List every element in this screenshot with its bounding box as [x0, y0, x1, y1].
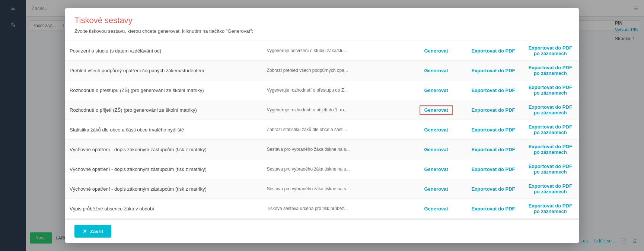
export-pdf-records-cell[interactable]: Exportovat do PDF po záznamech: [522, 100, 579, 120]
generate-cell[interactable]: Generovat: [408, 120, 465, 140]
report-name: Výpis průběžné absence žáka v období: [65, 199, 262, 219]
modal-subtitle: Zvolte tiskovou sestavu, kterou chcete g…: [74, 28, 570, 34]
export-pdf-button[interactable]: Exportovat do PDF: [469, 185, 517, 193]
modal-title: Tiskové sestavy: [74, 16, 570, 25]
export-pdf-records-cell[interactable]: Exportovat do PDF po záznamech: [522, 179, 579, 199]
export-pdf-records-button[interactable]: Exportovat do PDF po záznamech: [526, 182, 574, 195]
export-pdf-records-cell[interactable]: Exportovat do PDF po záznamech: [522, 199, 579, 219]
report-desc: Zobrazí statistiku žáků dle obce a části…: [262, 120, 408, 140]
export-pdf-records-cell[interactable]: Exportovat do PDF po záznamech: [522, 41, 579, 61]
export-pdf-button[interactable]: Exportovat do PDF: [469, 126, 517, 133]
export-pdf-cell[interactable]: Exportovat do PDF: [465, 199, 522, 219]
export-pdf-button[interactable]: Exportovat do PDF: [469, 146, 517, 153]
export-pdf-records-button[interactable]: Exportovat do PDF po záznamech: [526, 84, 574, 96]
table-row: Rozhodnutí o přijetí (ZŠ) (pro generován…: [65, 100, 579, 120]
report-name: Výchovné opatření - dopis zákonným zástu…: [65, 159, 262, 179]
export-pdf-cell[interactable]: Exportovat do PDF: [465, 159, 522, 179]
close-icon: ✕: [83, 228, 87, 234]
generate-button[interactable]: Generovat: [422, 47, 450, 54]
table-row: Potvrzení o studiu (s datem vzdělávání o…: [65, 41, 579, 61]
modal-body[interactable]: Potvrzení o studiu (s datem vzdělávání o…: [65, 41, 579, 219]
export-pdf-records-button[interactable]: Exportovat do PDF po záznamech: [526, 202, 574, 215]
generate-cell[interactable]: Generovat: [408, 41, 465, 61]
generate-cell[interactable]: Generovat: [408, 159, 465, 179]
table-row: Přehled všech podpůrný opatření čerpanýc…: [65, 61, 579, 80]
export-pdf-records-button[interactable]: Exportovat do PDF po záznamech: [526, 143, 574, 156]
export-pdf-button[interactable]: Exportovat do PDF: [469, 107, 517, 114]
modal-footer: ✕ Zavřít: [65, 219, 579, 243]
table-row: Výpis průběžné absence žáka v obdobíTisk…: [65, 199, 579, 219]
generate-button[interactable]: Generovat: [422, 185, 450, 193]
table-row: Statistika žáků dle obce a části obce tr…: [65, 120, 579, 140]
report-name: Přehled všech podpůrný opatření čerpanýc…: [65, 61, 262, 80]
export-pdf-button[interactable]: Exportovat do PDF: [469, 67, 517, 74]
export-pdf-cell[interactable]: Exportovat do PDF: [465, 120, 522, 140]
export-pdf-records-button[interactable]: Exportovat do PDF po záznamech: [526, 163, 574, 175]
export-pdf-records-cell[interactable]: Exportovat do PDF po záznamech: [522, 120, 579, 140]
report-name: Statistika žáků dle obce a části obce tr…: [65, 120, 262, 140]
generate-cell[interactable]: Generovat: [408, 140, 465, 159]
generate-cell[interactable]: Generovat: [408, 179, 465, 199]
generate-button[interactable]: Generovat: [420, 105, 452, 115]
modal-header: Tiskové sestavy Zvolte tiskovou sestavu,…: [65, 8, 579, 41]
table-row: Výchovné opatření - dopis zákonným zástu…: [65, 140, 579, 159]
export-pdf-records-cell[interactable]: Exportovat do PDF po záznamech: [522, 140, 579, 159]
close-button[interactable]: ✕ Zavřít: [74, 225, 111, 238]
report-name: Potvrzení o studiu (s datem vzdělávání o…: [65, 41, 262, 61]
export-pdf-records-cell[interactable]: Exportovat do PDF po záznamech: [522, 80, 579, 100]
generate-button[interactable]: Generovat: [422, 166, 450, 173]
report-desc: Sestava pro vybraného žáka tiskne na s..…: [262, 179, 408, 199]
generate-button[interactable]: Generovat: [422, 146, 450, 153]
export-pdf-button[interactable]: Exportovat do PDF: [469, 205, 517, 212]
report-desc: Vygeneruje rozhodnutí o přestupu do Z...: [262, 80, 408, 100]
generate-cell[interactable]: Generovat: [408, 100, 465, 120]
report-desc: Sestava pro vybraného žáka tiskne na s..…: [262, 159, 408, 179]
report-desc: Zobrazí přehled všech podpůrných opa...: [262, 61, 408, 80]
generate-button[interactable]: Generovat: [422, 87, 450, 94]
export-pdf-cell[interactable]: Exportovat do PDF: [465, 179, 522, 199]
modal-overlay: Tiskové sestavy Zvolte tiskovou sestavu,…: [0, 0, 644, 251]
export-pdf-cell[interactable]: Exportovat do PDF: [465, 80, 522, 100]
table-row: Rozhodnutí o přestupu (ZŠ) (pro generová…: [65, 80, 579, 100]
export-pdf-cell[interactable]: Exportovat do PDF: [465, 140, 522, 159]
export-pdf-cell[interactable]: Exportovat do PDF: [465, 61, 522, 80]
generate-cell[interactable]: Generovat: [408, 199, 465, 219]
table-row: Výchovné opatření - dopis zákonným zástu…: [65, 179, 579, 199]
generate-button[interactable]: Generovat: [422, 67, 450, 74]
export-pdf-cell[interactable]: Exportovat do PDF: [465, 41, 522, 61]
report-desc: Vygeneruje rozhodnutí o přijetí do 1. ro…: [262, 100, 408, 120]
report-name: Rozhodnutí o přestupu (ZŠ) (pro generová…: [65, 80, 262, 100]
export-pdf-records-button[interactable]: Exportovat do PDF po záznamech: [526, 104, 574, 116]
export-pdf-button[interactable]: Exportovat do PDF: [469, 87, 517, 94]
report-name: Výchovné opatření - dopis zákonným zástu…: [65, 140, 262, 159]
report-table: Potvrzení o studiu (s datem vzdělávání o…: [65, 41, 579, 219]
export-pdf-records-cell[interactable]: Exportovat do PDF po záznamech: [522, 159, 579, 179]
generate-button[interactable]: Generovat: [422, 126, 450, 133]
report-name: Rozhodnutí o přijetí (ZŠ) (pro generován…: [65, 100, 262, 120]
generate-cell[interactable]: Generovat: [408, 80, 465, 100]
export-pdf-cell[interactable]: Exportovat do PDF: [465, 100, 522, 120]
export-pdf-button[interactable]: Exportovat do PDF: [469, 47, 517, 54]
close-button-label: Zavřít: [90, 229, 103, 234]
export-pdf-records-button[interactable]: Exportovat do PDF po záznamech: [526, 123, 574, 136]
export-pdf-records-button[interactable]: Exportovat do PDF po záznamech: [526, 44, 574, 57]
export-pdf-records-cell[interactable]: Exportovat do PDF po záznamech: [522, 61, 579, 80]
report-desc: Tisková sestava určená pro tisk průběž..…: [262, 199, 408, 219]
report-desc: Vygeneruje potvrzení o studiu žáka/stu..…: [262, 41, 408, 61]
export-pdf-records-button[interactable]: Exportovat do PDF po záznamech: [526, 64, 574, 77]
modal-dialog: Tiskové sestavy Zvolte tiskovou sestavu,…: [65, 8, 579, 243]
generate-button[interactable]: Generovat: [422, 205, 450, 212]
export-pdf-button[interactable]: Exportovat do PDF: [469, 166, 517, 173]
report-name: Výchovné opatření - dopis zákonným zástu…: [65, 179, 262, 199]
generate-cell[interactable]: Generovat: [408, 61, 465, 80]
table-row: Výchovné opatření - dopis zákonným zástu…: [65, 159, 579, 179]
report-desc: Sestava pro vybraného žáka tiskne na s..…: [262, 140, 408, 159]
